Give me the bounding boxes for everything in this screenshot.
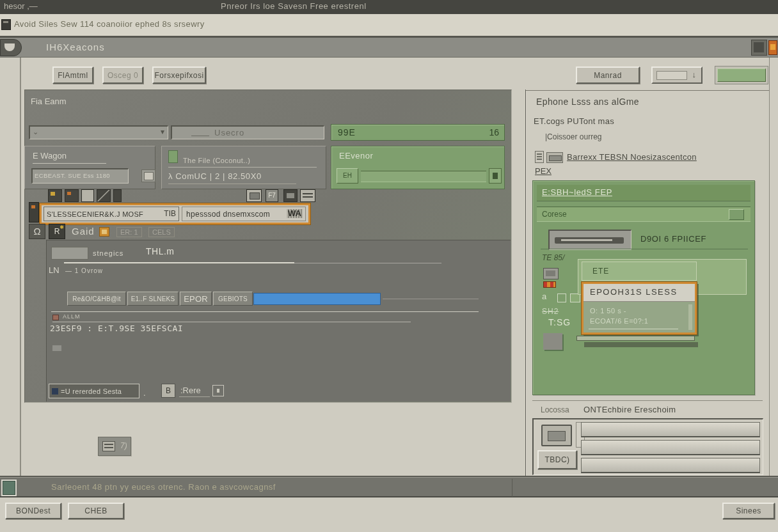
window-small-icon[interactable] — [543, 268, 559, 279]
folder-icon[interactable] — [541, 425, 572, 446]
b-button[interactable]: B — [161, 384, 175, 398]
editor-footer-button[interactable]: =U rererded Sesta — [49, 384, 139, 398]
code-line: 23ESF9 : E:T.9SE 35EFSCAI — [50, 324, 183, 333]
marker-icon — [52, 315, 59, 320]
manage-button[interactable]: Manrad — [576, 66, 640, 84]
file-group: The File (Coconut..) λ ComUC | 2 | 82.50… — [161, 146, 326, 189]
combo-arrow-icon[interactable]: ▾ — [161, 127, 164, 136]
popup-line-1: O: 1 50 s - — [590, 307, 626, 315]
header-button-1[interactable]: FlAmtml — [52, 66, 93, 84]
wagon-underline — [33, 163, 106, 164]
elevator-group: EEvenor EH — [331, 146, 505, 189]
grid-tag-2[interactable]: CELS — [148, 227, 175, 237]
document-icon[interactable] — [1, 19, 11, 30]
popup-shadow-bar-1 — [576, 336, 695, 341]
output-row-3[interactable] — [581, 458, 760, 473]
save-button[interactable]: Sinees — [722, 503, 775, 519]
segment-button-2[interactable]: E1..F SLNEKS — [127, 292, 179, 306]
toolbar-icon-monitor[interactable] — [246, 189, 262, 202]
combo-caret-icon: ⌄ — [33, 128, 38, 136]
omega-icon[interactable]: Ω — [29, 224, 45, 239]
editor-mini-button[interactable] — [212, 385, 224, 396]
green-action-button[interactable] — [715, 66, 768, 84]
toolbar-icon-bar[interactable] — [113, 189, 122, 202]
blue-square-icon — [52, 388, 58, 395]
window-icon[interactable] — [0, 39, 22, 56]
window-left-border — [20, 58, 21, 476]
cancel-button[interactable]: BONDest — [5, 503, 61, 519]
toolbar-icon-blank[interactable] — [81, 189, 94, 202]
popup-scrollbar[interactable] — [688, 304, 692, 330]
output-row-2[interactable] — [581, 440, 760, 455]
elevator-side-button[interactable] — [489, 168, 502, 184]
output-row-1[interactable] — [581, 422, 760, 437]
status-separator — [512, 479, 512, 497]
elevator-button[interactable]: EH — [337, 168, 358, 184]
highlighted-popup[interactable]: EPOOH31S LSESS O: 1 50 s - ECOAT/6 E=0?:… — [582, 282, 697, 334]
gray-block — [543, 333, 562, 350]
status-teal-icon — [1, 480, 17, 496]
output-top-rule — [532, 400, 763, 401]
popup-line-2: ECOAT/6 E=0?:1 — [590, 317, 648, 325]
toolbar-icon-layers[interactable] — [48, 189, 62, 202]
orange-swatch-icon[interactable] — [99, 227, 109, 237]
taskbar-app-label[interactable]: hesor ,— — [4, 2, 38, 11]
pex-link[interactable]: PEX — [535, 167, 552, 176]
printer-widget[interactable] — [548, 230, 631, 250]
refresh-icon[interactable]: R✱ — [49, 224, 65, 239]
toolbar-icon-device[interactable] — [283, 189, 298, 202]
selection-segment-right[interactable]: hpesssod dnsemxscom WA — [182, 207, 306, 221]
corese-label: Corese — [542, 210, 567, 219]
wagon-group: E Wagon ECBEAST. SUE Ess 1180 — [24, 146, 155, 189]
maximize-button[interactable] — [751, 40, 767, 56]
segment-button-1[interactable]: Re&O/C&HB@it — [67, 292, 126, 306]
toolbar-icon-f7[interactable]: F7 — [266, 189, 278, 202]
header-button-2[interactable]: Osceg 0 — [102, 66, 143, 84]
checkbox-2[interactable] — [570, 293, 580, 302]
popup-header[interactable]: EPOOH31S LSESS — [584, 284, 695, 302]
device-small-icon[interactable] — [546, 152, 563, 163]
progress-tail-line — [383, 299, 479, 299]
line-number-label: LN — [49, 266, 60, 275]
r-glyph: R — [54, 227, 60, 236]
user-field[interactable]: Usecro — [171, 125, 324, 139]
toolbar-icon-clamp[interactable] — [29, 202, 39, 223]
name-combo-box[interactable]: ⌄ ▾ — [29, 125, 168, 139]
corese-field[interactable]: Corese — [537, 207, 750, 222]
toolbar-icon-brush[interactable] — [65, 189, 79, 202]
right-link[interactable]: Barrexx TEBSN Noesizascentcon — [567, 153, 697, 162]
file-underline-2 — [168, 184, 296, 184]
toolbar-icon-list[interactable] — [300, 189, 315, 202]
dropdown-arrow-icon: ↓ — [692, 70, 697, 79]
grid-tag-1[interactable]: ER: 1 — [116, 227, 142, 237]
output-button[interactable]: TBDC) — [537, 450, 577, 469]
checkbox-1[interactable] — [557, 293, 566, 302]
elevator-field[interactable] — [361, 171, 486, 182]
close-button[interactable] — [768, 40, 777, 55]
elevator-label: EEvenor — [339, 152, 373, 160]
popup-tab[interactable]: ETE — [582, 262, 697, 281]
segment-button-4[interactable]: GEBIOTS — [213, 292, 253, 306]
taskbar-window-title: Pnreor Irs loe Savesn Free erestrenl — [221, 2, 367, 11]
toolbar-icon-pen[interactable] — [97, 189, 111, 202]
highlighted-selection-bar[interactable]: S'LESSECENIER&K.J MOSF TIB hpesssod dnse… — [40, 203, 310, 224]
segment-button-3[interactable]: EPOR — [180, 292, 212, 306]
editor-tab[interactable] — [51, 247, 88, 260]
help-button[interactable]: CHEB — [68, 503, 124, 519]
corese-button[interactable] — [729, 209, 744, 220]
count-field[interactable]: 99E 16 — [331, 124, 505, 141]
header-button-3[interactable]: Forsxepifxosi — [152, 66, 206, 84]
wagon-field[interactable]: ECBEAST. SUE Ess 1180 — [31, 168, 129, 184]
header-dropdown[interactable]: ↓ — [651, 66, 703, 84]
window-titlebar[interactable]: IH6Xeacons — [0, 37, 778, 58]
output-label-2: ONTEchbire Ereschoim — [584, 405, 676, 414]
file-name[interactable]: The File (Coconut..) — [183, 157, 250, 164]
star-icon: ✱ — [60, 225, 64, 230]
wagon-browse-icon[interactable] — [141, 169, 155, 182]
page-icon[interactable] — [535, 151, 544, 163]
section-label: Fia Eanm — [31, 97, 67, 106]
mini-widget[interactable]: 7) — [98, 437, 131, 456]
mini-widget-icon — [102, 441, 115, 451]
selection-segment-left[interactable]: S'LESSECENIER&K.J MOSF TIB — [44, 207, 179, 221]
editor-area[interactable] — [46, 240, 511, 402]
